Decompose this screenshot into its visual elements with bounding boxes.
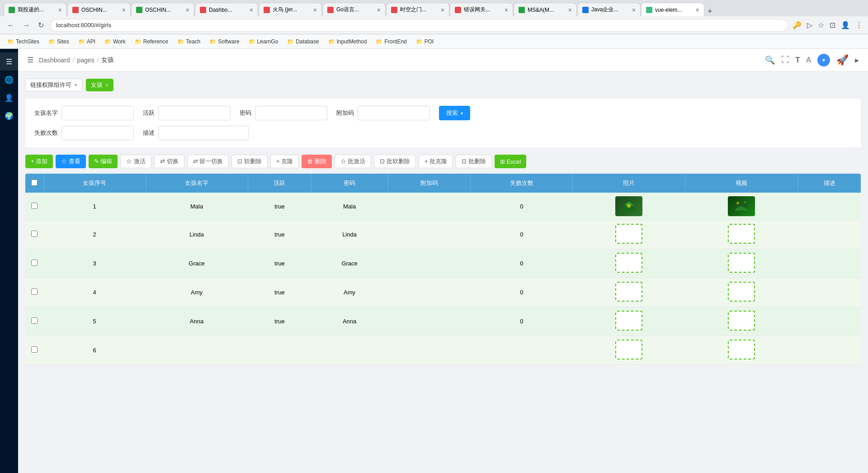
switch-button[interactable]: ⇄ 切换 [154, 155, 184, 168]
filter-tag-close-girls[interactable]: × [105, 82, 108, 88]
row-checkbox[interactable] [31, 260, 38, 266]
rocket-icon[interactable]: 🚀 [836, 54, 849, 66]
sidebar-icon-user[interactable]: 👤 [0, 89, 18, 107]
tab-3[interactable]: OSCHIN... × [131, 3, 194, 16]
activate-button[interactable]: ☆ 激活 [120, 155, 151, 168]
new-tab-button[interactable]: + [705, 7, 715, 16]
bookmark-work[interactable]: 📁 Work [101, 38, 129, 46]
table-row[interactable]: 6 [25, 336, 861, 365]
view-button[interactable]: ☆ 查看 [56, 155, 86, 168]
bookmark-sites[interactable]: 📁 Sites [45, 38, 73, 46]
field-password: 密码 [240, 106, 327, 120]
bookmark-frontend[interactable]: 📁 FrontEnd [372, 38, 410, 46]
cast-icon[interactable]: ▷ [807, 21, 812, 29]
bookmark-learngo[interactable]: 📁 LearnGo [245, 38, 282, 46]
row-checkbox[interactable] [31, 346, 38, 353]
row-checkbox[interactable] [31, 203, 38, 209]
table-row[interactable]: 1MalatrueMala0 [25, 193, 861, 220]
tab-close-6[interactable]: × [377, 6, 381, 14]
sidebar-icon-globe[interactable]: 🌐 [0, 71, 18, 89]
tab-close-4[interactable]: × [250, 6, 253, 14]
tab-6[interactable]: Go语言... × [322, 3, 386, 16]
star-icon[interactable]: ☆ [818, 21, 824, 29]
search-button[interactable]: 搜索 ▾ [439, 106, 470, 120]
add-button[interactable]: + 添加 [25, 155, 53, 168]
table-row[interactable]: 3GracetrueGrace0 [25, 249, 861, 278]
tab-close-5[interactable]: × [313, 6, 317, 14]
bookmark-api[interactable]: 📁 API [75, 38, 99, 46]
edit-button[interactable]: ✎ 编辑 [89, 155, 118, 168]
tab-close-7[interactable]: × [441, 6, 444, 14]
split-icon[interactable]: ⊡ [830, 21, 835, 29]
back-button[interactable]: ← [5, 20, 16, 30]
row-checkbox[interactable] [31, 231, 38, 237]
tab-favicon-3 [136, 7, 142, 13]
batch-activate-button[interactable]: ☆ 批激活 [335, 155, 372, 168]
input-description[interactable] [158, 126, 249, 140]
input-active[interactable] [158, 106, 231, 120]
sidebar-collapse-icon[interactable]: ▸ [855, 55, 859, 65]
tab-close-3[interactable]: × [186, 6, 189, 14]
table-row[interactable]: 4AmytrueAmy0 [25, 278, 861, 307]
tab-4[interactable]: Dashbo... × [195, 3, 258, 16]
save-switch-button[interactable]: ⇄ 留一切换 [187, 155, 229, 168]
refresh-button[interactable]: ↻ [36, 20, 46, 30]
input-password[interactable] [255, 106, 327, 120]
bookmark-database[interactable]: 📁 Database [283, 38, 322, 46]
tab-11[interactable]: vue-elem... × [641, 3, 704, 16]
tab-close-10[interactable]: × [632, 6, 636, 14]
breadcrumb-dashboard[interactable]: Dashboard [39, 57, 70, 64]
breadcrumb-pages[interactable]: pages [77, 57, 94, 64]
delete-button[interactable]: 🗑 删除 [302, 155, 332, 168]
bookmark-software[interactable]: 📁 Software [206, 38, 243, 46]
table-row[interactable]: 5AnnatrueAnna0 [25, 307, 861, 336]
folder-icon: 📁 [135, 38, 142, 45]
filter-tag-close-permissions[interactable]: × [74, 82, 77, 88]
tab-1[interactable]: 我投递的... × [4, 3, 67, 16]
bookmark-inputmethod[interactable]: 📁 InputMethod [325, 38, 371, 46]
forward-button[interactable]: → [21, 20, 32, 30]
profile-icon[interactable]: 👤 [841, 21, 850, 29]
hamburger-icon[interactable]: ☰ [27, 56, 33, 64]
input-extra-code[interactable] [358, 106, 430, 120]
url-input[interactable]: localhost:8000/#/girls [50, 19, 788, 32]
select-all-checkbox[interactable] [31, 180, 38, 186]
tab-5[interactable]: 火鸟 (jer... × [259, 3, 322, 16]
bookmark-teach[interactable]: 📁 Teach [174, 38, 204, 46]
table-row[interactable]: 2LindatrueLinda0 [25, 220, 861, 249]
batch-clone-button[interactable]: + 批克隆 [419, 155, 453, 168]
input-girl-name[interactable] [61, 106, 134, 120]
input-fail-count[interactable] [61, 126, 134, 140]
bookmark-techsites[interactable]: 📁 TechSites [4, 38, 43, 46]
clone-button[interactable]: + 克隆 [270, 155, 299, 168]
tab-close-1[interactable]: × [58, 6, 62, 14]
tab-10[interactable]: Java企业... × [577, 3, 641, 16]
bookmark-poi[interactable]: 📁 POI [412, 38, 438, 46]
batch-soft-delete-button[interactable]: ⊡ 批软删除 [374, 155, 416, 168]
search-icon[interactable]: 🔍 [765, 55, 775, 65]
tab-close-11[interactable]: × [696, 6, 699, 14]
soft-delete-button[interactable]: ⊡ 软删除 [231, 155, 268, 168]
fullscreen-icon[interactable]: ⛶ [781, 55, 789, 65]
sidebar-icon-menu[interactable]: ☰ [0, 52, 18, 71]
filter-tag-girls[interactable]: 女孩 × [86, 79, 113, 91]
tab-close-8[interactable]: × [505, 6, 508, 14]
more-icon[interactable]: ⋮ [855, 21, 863, 29]
filter-tag-permissions[interactable]: 链接权限组许可 × [25, 79, 82, 91]
row-checkbox[interactable] [31, 317, 38, 324]
bookmark-reference[interactable]: 📁 Reference [131, 38, 172, 46]
tab-8[interactable]: 错误网关... × [450, 3, 513, 16]
language-icon[interactable]: A [806, 56, 811, 64]
tab-close-2[interactable]: × [122, 6, 126, 14]
row-checkbox[interactable] [31, 289, 38, 295]
dropdown-icon[interactable]: ▾ [817, 54, 830, 66]
tab-7[interactable]: 时空之门... × [386, 3, 449, 16]
sidebar-icon-world[interactable]: 🌍 [0, 107, 18, 125]
tab-9[interactable]: MS&A(M... × [514, 3, 577, 16]
font-size-icon[interactable]: T [796, 56, 800, 64]
tab-close-9[interactable]: × [568, 6, 572, 14]
tab-2[interactable]: OSCHIN... × [67, 3, 131, 16]
excel-button[interactable]: ⊞ Excel [495, 155, 526, 168]
batch-delete-button[interactable]: ⊡ 批删除 [456, 155, 492, 168]
key-icon[interactable]: 🔑 [793, 21, 802, 29]
